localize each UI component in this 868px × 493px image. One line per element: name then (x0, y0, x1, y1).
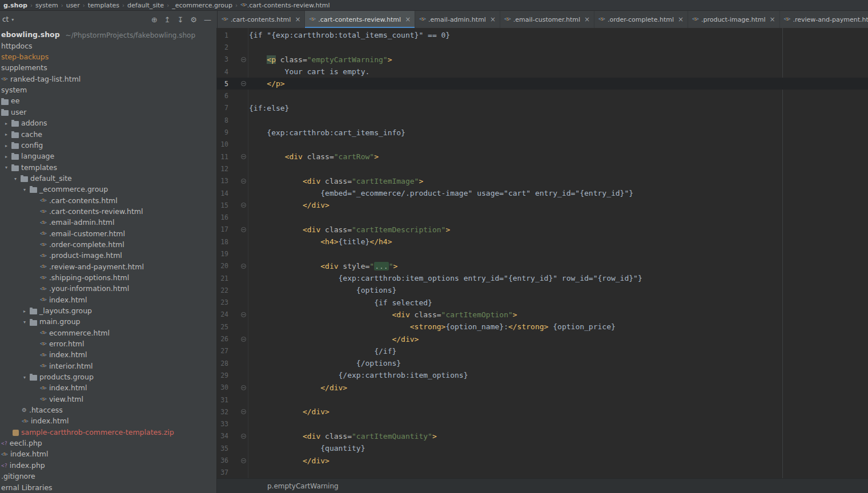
code-line[interactable]: 12 (217, 163, 868, 175)
tree-item[interactable]: <5>.shipping-options.html (0, 273, 216, 284)
code-line[interactable]: 20 <div style="..."> (217, 260, 868, 272)
fold-marker[interactable] (241, 385, 246, 390)
chevron-icon[interactable]: ▸ (3, 154, 9, 159)
tree-item[interactable]: ernal Libraries (0, 482, 216, 493)
tree-item[interactable]: sample-cartthrob-commerce-templates.zip (0, 427, 216, 438)
chevron-icon[interactable]: ▾ (3, 165, 9, 170)
close-icon[interactable]: × (295, 15, 300, 23)
chevron-icon[interactable]: ▸ (22, 309, 27, 314)
editor-tab[interactable]: <5>.cart-contents-review.html× (305, 11, 415, 28)
editor-tab[interactable]: <5>.cart-contents.html× (218, 11, 305, 28)
code-line[interactable]: 24 <div class="cartItemOption"> (217, 309, 868, 321)
breadcrumb-item[interactable]: .cart-contents-review.html (247, 2, 330, 9)
chevron-icon[interactable]: ▸ (3, 132, 9, 137)
collapse-all-icon[interactable]: ↧ (177, 16, 183, 23)
close-icon[interactable]: × (584, 15, 590, 23)
breadcrumb-item[interactable]: default_site (127, 2, 164, 9)
tree-item[interactable]: step-backups (0, 52, 216, 63)
breadcrumb-item[interactable]: user (66, 2, 80, 9)
code-line[interactable]: 11 <div class="cartRow"> (217, 151, 868, 163)
tree-item[interactable]: supplements (0, 63, 216, 74)
editor-tab[interactable]: <5>.email-admin.html× (415, 11, 500, 28)
tree-item[interactable]: ▾templates (0, 162, 216, 173)
close-icon[interactable]: × (490, 15, 496, 23)
chevron-icon[interactable]: ▸ (3, 121, 9, 126)
fold-marker[interactable] (241, 203, 246, 208)
tree-item[interactable]: <?index.php (0, 460, 216, 471)
fold-marker[interactable] (241, 264, 246, 269)
project-selector[interactable]: ct (2, 15, 9, 23)
code-line[interactable]: 8 (217, 114, 868, 126)
tree-item[interactable]: <?eecli.php (0, 438, 216, 449)
code-line[interactable]: 4 Your cart is empty. (217, 66, 868, 78)
tree-item[interactable]: ▾default_site (0, 173, 216, 184)
code-line[interactable]: 30 </div> (217, 382, 868, 394)
code-line[interactable]: 35 {quantity} (217, 442, 868, 454)
fold-marker[interactable] (241, 458, 246, 463)
tree-item[interactable]: <5>ecommerce.html (0, 328, 216, 338)
tree-item[interactable]: <5>.review-and-payment.html (0, 261, 216, 272)
expand-all-icon[interactable]: ↥ (164, 16, 171, 23)
editor-breadcrumb-item[interactable]: p.emptyCartWarning (267, 482, 339, 490)
code-line[interactable]: 17 <div class="cartItemDescription"> (217, 224, 868, 236)
code-line[interactable]: 29 {/exp:cartthrob:item_options} (217, 369, 868, 381)
tree-item[interactable]: <5>.cart-contents-review.html (0, 207, 216, 217)
tree-item[interactable]: ▾products.group (0, 372, 216, 383)
tree-item[interactable]: ebowling.shop~/PhpstormProjects/fakebowl… (0, 30, 216, 41)
editor-tab[interactable]: <5>.order-complete.html× (594, 11, 688, 28)
tree-item[interactable]: <5>error.html (0, 339, 216, 350)
code-line[interactable]: 37 (217, 467, 868, 478)
locate-icon[interactable]: ⊕ (151, 16, 158, 23)
code-line[interactable]: 19 (217, 248, 868, 260)
tree-item[interactable]: <5>interior.html (0, 361, 216, 371)
code-line[interactable]: 7{if:else} (217, 102, 868, 114)
chevron-icon[interactable]: ▾ (13, 176, 18, 181)
code-line[interactable]: 18 <h4>{title}</h4> (217, 236, 868, 248)
fold-marker[interactable] (241, 57, 246, 62)
breadcrumb-item[interactable]: _ecommerce.group (172, 2, 232, 9)
settings-gear-icon[interactable]: ⚙ (190, 16, 197, 23)
fold-marker[interactable] (241, 227, 246, 232)
editor-tab[interactable]: <5>.review-and-payment.html× (780, 11, 868, 28)
code-line[interactable]: 9 {exp:cartthrob:cart_items_info} (217, 126, 868, 138)
tree-item[interactable]: ▾main.group (0, 317, 216, 328)
tree-item[interactable]: <5>.email-admin.html (0, 217, 216, 228)
tree-item[interactable]: <5>ranked-tag-list.html (0, 74, 216, 84)
tree-item[interactable]: system (0, 85, 216, 96)
tree-item[interactable]: <5>index.html (0, 449, 216, 460)
tree-item[interactable]: <5>.email-customer.html (0, 228, 216, 239)
hide-panel-icon[interactable]: — (204, 16, 211, 23)
tree-item[interactable]: <5>.cart-contents.html (0, 195, 216, 206)
tree-item[interactable]: ▸config (0, 140, 216, 151)
tree-item[interactable]: user (0, 107, 216, 118)
code-line[interactable]: 22 {options} (217, 284, 868, 296)
chevron-icon[interactable]: ▾ (22, 320, 27, 325)
code-line[interactable]: 3 <p class="emptyCartWarning"> (217, 54, 868, 66)
tree-item[interactable]: <5>view.html (0, 394, 216, 405)
code-line[interactable]: 13 <div class="cartItemImage"> (217, 175, 868, 187)
close-icon[interactable]: × (405, 15, 411, 23)
tree-item[interactable]: <5>index.html (0, 350, 216, 361)
code-line[interactable]: 6 (217, 90, 868, 102)
code-line[interactable]: 2 (217, 41, 868, 53)
fold-marker[interactable] (241, 409, 246, 414)
fold-marker[interactable] (241, 434, 246, 439)
code-line[interactable]: 28 {/options} (217, 357, 868, 369)
code-line[interactable]: 31 (217, 394, 868, 406)
tree-item[interactable]: ▸language (0, 151, 216, 162)
code-line[interactable]: 10 (217, 139, 868, 151)
tree-item[interactable]: <5>index.html (0, 416, 216, 427)
code-line[interactable]: 14 {embed="_ecommerce/.product-image" us… (217, 187, 868, 199)
code-editor[interactable]: 1{if "{exp:cartthrob:total_items_count}"… (217, 28, 868, 478)
tree-item[interactable]: httpdocs (0, 41, 216, 51)
code-line[interactable]: 1{if "{exp:cartthrob:total_items_count}"… (217, 29, 868, 41)
tree-item[interactable]: <5>.your-information.html (0, 284, 216, 294)
close-icon[interactable]: × (678, 15, 684, 23)
tree-item[interactable]: ⚙.htaccess (0, 405, 216, 416)
breadcrumb-item[interactable]: system (35, 2, 58, 9)
code-line[interactable]: 36 </div> (217, 454, 868, 466)
code-line[interactable]: 5 </p> (217, 78, 868, 90)
tree-item[interactable]: <5>index.html (0, 294, 216, 305)
tree-item[interactable]: ▸addons (0, 118, 216, 129)
chevron-down-icon[interactable]: ▾ (11, 17, 14, 22)
